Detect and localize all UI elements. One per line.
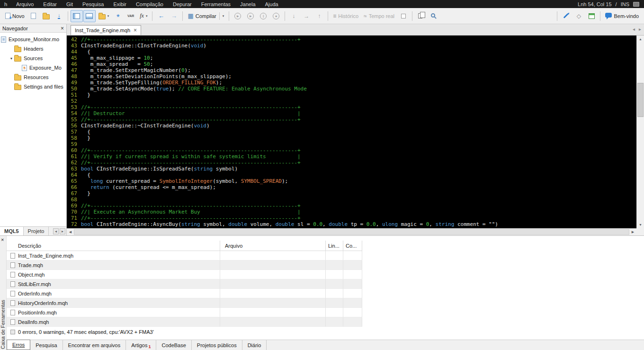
line-text: m_trade.SetTypeFilling(ORDER_FILLING_FOK… xyxy=(81,80,222,86)
search-button[interactable] xyxy=(428,10,440,22)
nav-tabs-scroll-right[interactable]: ▸ xyxy=(60,228,65,234)
tree-item-resources[interactable]: Resources xyxy=(0,72,66,82)
navigator-panel: Navegador × ≡Exposure_Monitor.moHeaders▼… xyxy=(0,24,67,235)
toolbox-tab-codebase[interactable]: CodeBase xyxy=(156,340,191,350)
column-header-descri-o[interactable]: Descrição xyxy=(7,241,220,251)
tree-item-exposure-monitor-mo[interactable]: ≡Exposure_Monitor.mo xyxy=(0,35,66,44)
code-line-58: 58 } xyxy=(68,135,636,141)
tree-item-exposure-mo[interactable]: 5Exposure_Mo xyxy=(0,63,66,72)
vertical-scroll-thumb[interactable] xyxy=(637,83,644,117)
stop-debug-button[interactable]: ■ xyxy=(270,10,282,22)
compile-button[interactable]: ▦ Compilar ▾ xyxy=(185,10,226,22)
line-number: 70 xyxy=(68,209,77,215)
tree-item-sources[interactable]: ▼Sources xyxy=(0,54,66,63)
table-row-inst-trade-engine-mqh[interactable]: Inst_Trade_Engine.mqh xyxy=(7,251,644,260)
toggle-toolbox-button[interactable] xyxy=(83,10,96,22)
nav-tabs-scroll-left[interactable]: ◂ xyxy=(53,228,59,234)
table-row-trade-mqh[interactable]: Trade.mqh xyxy=(7,260,644,270)
line-text: //+-------------------------------------… xyxy=(81,203,301,209)
scroll-up-icon[interactable]: ▲ xyxy=(637,36,644,43)
save-button[interactable]: ↓ xyxy=(53,10,65,22)
toggle-navigator-button[interactable] xyxy=(71,10,83,22)
tab-scroll-right[interactable]: ▸ xyxy=(639,27,641,32)
scroll-right-icon[interactable]: ▶ xyxy=(629,229,636,235)
code-line-49: 49 m_trade.SetTypeFilling(ORDER_FILLING_… xyxy=(68,80,636,86)
realtime-button[interactable]: ≈Tempo real xyxy=(361,10,397,22)
scroll-left-icon[interactable]: ◀ xyxy=(67,229,74,235)
history-button[interactable]: ≡Histórico xyxy=(331,10,361,22)
horizontal-scrollbar[interactable]: ◀ ▶ xyxy=(67,228,636,235)
metaquotes-button[interactable]: ◇ xyxy=(572,10,585,22)
open-file-button[interactable] xyxy=(40,10,53,22)
start-profiling-button[interactable]: ▶ xyxy=(244,10,257,22)
pause-debug-button[interactable]: ∥ xyxy=(257,10,269,22)
horizontal-scroll-thumb[interactable] xyxy=(74,229,629,235)
step-into-button[interactable]: ↓ xyxy=(287,10,300,22)
menu-item-ajuda[interactable]: Ajuda xyxy=(260,0,283,8)
table-row-historyorderinfo-mqh[interactable]: HistoryOrderInfo.mqh xyxy=(7,298,644,308)
functions-list-button[interactable]: fx▾ xyxy=(137,10,150,22)
tab-scroll-left[interactable]: ◂ xyxy=(633,27,635,32)
menu-item-compila-o[interactable]: Compilação xyxy=(131,0,168,8)
navigator-close-button[interactable]: × xyxy=(61,26,64,31)
toolbox-tab-projetos-p-blicos[interactable]: Projetos públicos xyxy=(192,340,242,350)
welcome-button[interactable]: Bem-vindo xyxy=(603,10,641,22)
menu-item-arquivo[interactable]: Arquivo xyxy=(11,0,38,8)
table-row-positioninfo-mqh[interactable]: PositionInfo.mqh xyxy=(7,308,644,317)
table-row-orderinfo-mqh[interactable]: OrderInfo.mqh xyxy=(7,289,644,298)
toolbox-tab-artigos[interactable]: Artigos1 xyxy=(126,340,156,350)
insert-variable-button[interactable]: VAR xyxy=(125,10,137,22)
navigate-forward-button[interactable]: → xyxy=(168,10,180,22)
templates-button[interactable]: ▾ xyxy=(96,10,112,22)
menubar-status: Lnh 54, Col 15 / INS xyxy=(578,1,644,7)
vertical-scrollbar[interactable]: ▲ ▼ xyxy=(636,36,644,228)
editor-tab[interactable]: Inst_Trade_Engine.mqh × xyxy=(71,25,141,35)
code-editor[interactable]: 42//+-----------------------------------… xyxy=(67,36,636,228)
column-header-lin[interactable]: Lin... xyxy=(326,241,343,251)
start-debug-button[interactable]: ▶ xyxy=(232,10,244,22)
dropdown-caret-icon[interactable]: ▾ xyxy=(223,14,224,18)
step-out-button[interactable]: ↑ xyxy=(313,10,325,22)
cell-lin xyxy=(326,251,343,260)
step-over-button[interactable]: → xyxy=(300,10,313,22)
new-from-template-button[interactable] xyxy=(27,10,40,22)
tree-item-headers[interactable]: Headers xyxy=(0,44,66,54)
navigator-tree: ≡Exposure_Monitor.moHeaders▼Sources5Expo… xyxy=(0,33,66,91)
menu-item-pesquisa[interactable]: Pesquisa xyxy=(78,0,108,8)
menu-item-editar[interactable]: Editar xyxy=(38,0,62,8)
navigator-tab-projeto[interactable]: Projeto xyxy=(24,227,49,235)
code-line-72: 72bool CInstTradeEngine::AsyncBuy(string… xyxy=(68,221,636,227)
styler-button[interactable]: * xyxy=(112,10,124,22)
history-icon: ≡ xyxy=(333,13,336,19)
scroll-down-icon[interactable]: ▼ xyxy=(637,221,644,228)
menu-item-depurar[interactable]: Depurar xyxy=(168,0,197,8)
navigator-tab-mql5[interactable]: MQL5 xyxy=(0,227,24,235)
toolbox-close-button[interactable]: × xyxy=(1,237,4,242)
table-row-stdliberr-mqh[interactable]: StdLibErr.mqh xyxy=(7,279,644,289)
column-header-co[interactable]: Co... xyxy=(343,241,362,251)
new-file-button[interactable]: Novo xyxy=(3,10,27,22)
menu-item-git[interactable]: Git xyxy=(62,0,78,8)
style-check-button[interactable] xyxy=(560,10,572,22)
keyboard-icon[interactable] xyxy=(633,2,639,7)
calendar-button[interactable] xyxy=(585,10,598,22)
toolbox-tab-pesquisa[interactable]: Pesquisa xyxy=(30,340,63,350)
copy-button[interactable] xyxy=(415,10,427,22)
watchlist-button[interactable] xyxy=(397,10,410,22)
expand-arrow-icon[interactable]: ▼ xyxy=(9,57,14,60)
menu-item-ferramentas[interactable]: Ferramentas xyxy=(197,0,235,8)
tab-close-button[interactable]: × xyxy=(134,28,137,33)
chat-icon xyxy=(605,13,612,18)
table-row-dealinfo-mqh[interactable]: DealInfo.mqh xyxy=(7,317,644,327)
column-header-arquivo[interactable]: Arquivo xyxy=(220,241,326,251)
table-row-object-mqh[interactable]: Object.mqh xyxy=(7,270,644,279)
navigate-back-button[interactable]: ← xyxy=(155,10,167,22)
cell-arquivo xyxy=(220,251,326,260)
tree-item-settings-and-files[interactable]: Settings and files xyxy=(0,82,66,91)
tree-item-label: Exposure_Monitor.mo xyxy=(9,36,59,42)
toolbox-tab-encontrar-em-arquivos[interactable]: Encontrar em arquivos xyxy=(63,340,126,350)
menu-item-exibir[interactable]: Exibir xyxy=(108,0,131,8)
toolbox-tab-erros[interactable]: Erros xyxy=(7,340,30,350)
menu-item-janela[interactable]: Janela xyxy=(235,0,260,8)
toolbox-tab-di-rio[interactable]: Diário xyxy=(242,340,267,350)
